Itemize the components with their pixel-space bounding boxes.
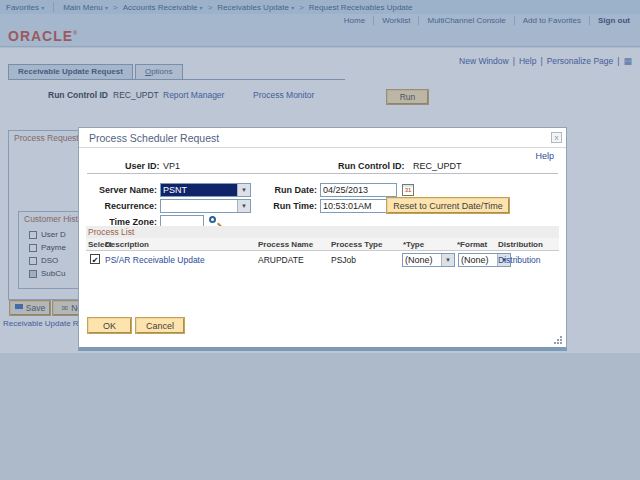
check-icon: ✔ (92, 256, 99, 265)
run-date-label: Run Date: (229, 185, 317, 195)
grid-header-row (86, 238, 559, 251)
resize-grip[interactable] (554, 342, 556, 344)
col-distribution: Distribution (498, 240, 543, 249)
recurrence-label: Recurrence: (79, 201, 157, 211)
run-time-input[interactable] (320, 199, 397, 213)
col-description: Description (105, 240, 149, 249)
distribution-link[interactable]: Distribution (498, 255, 541, 265)
process-description-link[interactable]: PS/AR Receivable Update (105, 255, 205, 265)
ok-button[interactable]: OK (88, 318, 131, 333)
process-list-header: Process List (86, 226, 559, 238)
user-id-label: User ID: (125, 161, 160, 171)
server-name-value: PSNT (161, 184, 237, 196)
server-name-label: Server Name: (79, 185, 157, 195)
divider (87, 173, 558, 174)
col-format: *Format (457, 240, 487, 249)
dropdown-arrow-icon[interactable]: ▼ (441, 254, 454, 266)
reset-date-time-button[interactable]: Reset to Current Date/Time (387, 198, 509, 213)
process-name-value: ARUPDATE (258, 255, 304, 265)
type-value: (None) (403, 254, 441, 266)
run-time-label: Run Time: (229, 201, 317, 211)
lookup-icon[interactable] (209, 216, 216, 223)
recurrence-value (161, 200, 237, 212)
process-scheduler-request-dialog: Process Scheduler Request x Help User ID… (78, 127, 567, 351)
format-value: (None) (459, 254, 497, 266)
dialog-title: Process Scheduler Request (89, 132, 219, 144)
run-date-input[interactable] (320, 183, 397, 197)
process-select-checkbox[interactable]: ✔ (90, 254, 100, 264)
col-type: *Type (403, 240, 424, 249)
col-process-type: Process Type (331, 240, 382, 249)
process-type-value: PSJob (331, 255, 356, 265)
col-process-name: Process Name (258, 240, 313, 249)
user-id-value: VP1 (163, 161, 180, 171)
dialog-titlebar: Process Scheduler Request x (79, 128, 566, 148)
dialog-run-control-label: Run Control ID: (338, 161, 405, 171)
type-select[interactable]: (None) ▼ (402, 253, 455, 267)
calendar-icon[interactable]: 31 (402, 184, 414, 196)
dialog-help-link[interactable]: Help (535, 151, 554, 161)
close-icon[interactable]: x (551, 132, 562, 143)
dialog-run-control-value: REC_UPDT (413, 161, 462, 171)
cancel-button[interactable]: Cancel (136, 318, 184, 333)
